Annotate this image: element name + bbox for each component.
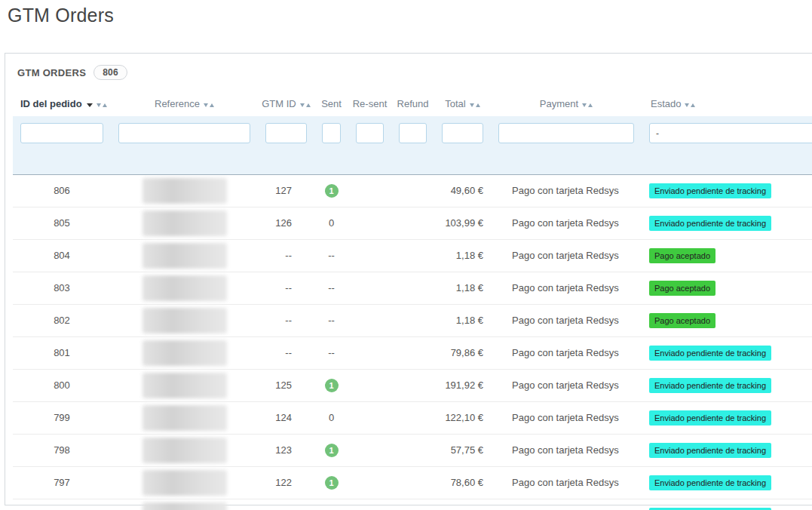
sort-toggle-icons[interactable] (300, 103, 311, 107)
filter-resent-input[interactable] (356, 123, 384, 143)
filter-total-input[interactable] (442, 123, 483, 143)
table-row[interactable]: 805 126 0 103,99 € Pago con tarjeta Reds… (13, 207, 812, 239)
gtm-orders-panel: GTM ORDERS 806 ID del pedido Reference G… (5, 53, 812, 505)
sent-count-badge: 1 (325, 379, 339, 392)
table-row[interactable]: 806 127 1 49,60 € Pago con tarjeta Redsy… (13, 174, 812, 207)
cell-resent (348, 466, 391, 499)
filter-estado-value: - (656, 128, 659, 139)
sort-desc-icon[interactable] (204, 103, 208, 107)
cell-total: 1,18 € (434, 272, 491, 304)
cell-total: 78,60 € (434, 466, 491, 499)
column-label: GTM ID (262, 98, 296, 109)
cell-order-id: 797 (13, 466, 111, 499)
column-header-total[interactable]: Total (434, 89, 491, 116)
cell-sent: -- (314, 304, 348, 336)
sort-toggle-icons[interactable] (97, 103, 107, 107)
cell-total: 57,75 € (434, 434, 491, 466)
redacted-reference (142, 275, 227, 301)
cell-estado: Enviado pendiente de tracking (642, 174, 812, 207)
column-header-estado[interactable]: Estado (642, 89, 812, 116)
sort-asc-icon[interactable] (691, 103, 695, 107)
filter-order-id-input[interactable] (20, 123, 103, 143)
cell-resent (348, 272, 391, 304)
filter-payment-input[interactable] (498, 123, 634, 143)
status-badge: Enviado pendiente de tracking (649, 443, 771, 458)
redacted-reference (142, 243, 227, 269)
filter-gtm-id-input[interactable] (265, 123, 307, 143)
status-badge: Pago aceptado (649, 248, 715, 263)
cell-gtm-id: 123 (258, 434, 314, 466)
cell-estado: Enviado pendiente de tracking (642, 336, 812, 369)
cell-gtm-id: -- (258, 499, 314, 510)
cell-refund (391, 466, 434, 499)
sort-toggle-icons[interactable] (685, 103, 695, 107)
table-header-row: ID del pedido Reference GTM ID Sent Re-s… (13, 89, 812, 116)
cell-reference (111, 434, 258, 466)
sort-asc-icon[interactable] (306, 103, 311, 107)
sort-direction-icon (87, 103, 93, 107)
table-row[interactable]: 799 124 0 122,10 € Pago con tarjeta Reds… (13, 401, 812, 434)
cell-order-id: 806 (13, 174, 111, 207)
cell-refund (391, 239, 434, 272)
cell-order-id: 804 (13, 239, 111, 272)
column-header-payment[interactable]: Payment (491, 89, 642, 116)
table-row[interactable]: 803 -- -- 1,18 € Pago con tarjeta Redsys… (13, 272, 812, 304)
sort-asc-icon[interactable] (476, 103, 480, 107)
filter-refund-input[interactable] (399, 123, 427, 143)
cell-gtm-id: 122 (258, 466, 314, 499)
cell-payment: Pago con tarjeta Redsys (491, 207, 642, 239)
column-header-gtm-id[interactable]: GTM ID (258, 89, 314, 116)
sent-count-badge: 1 (325, 444, 339, 457)
cell-sent: 1 (314, 466, 348, 499)
cell-payment: Pago con tarjeta Redsys (491, 499, 642, 510)
cell-gtm-id: -- (258, 272, 314, 304)
cell-total: 62,89 € (434, 499, 491, 510)
orders-count-badge: 806 (93, 65, 127, 80)
table-row[interactable]: 796 -- -- 62,89 € Pago con tarjeta Redsy… (13, 499, 812, 510)
table-row[interactable]: 797 122 1 78,60 € Pago con tarjeta Redsy… (13, 466, 812, 499)
panel-heading-label: GTM ORDERS (17, 67, 86, 78)
cell-total: 49,60 € (434, 174, 491, 207)
table-row[interactable]: 798 123 1 57,75 € Pago con tarjeta Redsy… (13, 434, 812, 466)
filter-sent-input[interactable] (322, 123, 341, 143)
status-badge: Enviado pendiente de tracking (649, 378, 771, 393)
cell-resent (348, 174, 391, 207)
column-label: Refund (397, 98, 429, 109)
table-row[interactable]: 801 -- -- 79,86 € Pago con tarjeta Redsy… (13, 336, 812, 369)
table-row[interactable]: 800 125 1 191,92 € Pago con tarjeta Reds… (13, 369, 812, 401)
sort-asc-icon[interactable] (588, 103, 593, 107)
status-badge: Enviado pendiente de tracking (649, 216, 771, 231)
cell-sent: 0 (314, 401, 348, 434)
filter-reference-input[interactable] (118, 123, 250, 143)
sort-toggle-icons[interactable] (582, 103, 593, 107)
sent-count-badge: 1 (325, 476, 339, 490)
sort-desc-icon[interactable] (582, 103, 587, 107)
sort-asc-icon[interactable] (103, 103, 107, 107)
cell-sent: 1 (314, 369, 348, 401)
table-row[interactable]: 804 -- -- 1,18 € Pago con tarjeta Redsys… (13, 239, 812, 272)
cell-order-id: 802 (13, 304, 111, 336)
sort-desc-icon[interactable] (470, 103, 474, 107)
cell-refund (391, 272, 434, 304)
sort-desc-icon[interactable] (97, 103, 101, 107)
sort-asc-icon[interactable] (210, 103, 214, 107)
sort-toggle-icons[interactable] (204, 103, 214, 107)
table-row[interactable]: 802 -- -- 1,18 € Pago con tarjeta Redsys… (13, 304, 812, 336)
column-header-order-id[interactable]: ID del pedido (13, 89, 111, 116)
column-label: Sent (321, 98, 342, 109)
cell-refund (391, 369, 434, 401)
cell-payment: Pago con tarjeta Redsys (491, 466, 642, 499)
sort-desc-icon[interactable] (300, 103, 305, 107)
cell-gtm-id: 127 (258, 174, 314, 207)
cell-gtm-id: 124 (258, 401, 314, 434)
cell-reference (111, 499, 258, 510)
cell-sent: 0 (314, 207, 348, 239)
sort-toggle-icons[interactable] (470, 103, 480, 107)
sort-desc-icon[interactable] (685, 103, 689, 107)
column-label: ID del pedido (20, 98, 82, 109)
column-label: Estado (651, 98, 681, 109)
column-header-reference[interactable]: Reference (111, 89, 258, 116)
cell-payment: Pago con tarjeta Redsys (491, 239, 642, 272)
filter-estado-select[interactable]: - (649, 123, 812, 143)
cell-estado: Enviado pendiente de tracking (642, 369, 812, 401)
